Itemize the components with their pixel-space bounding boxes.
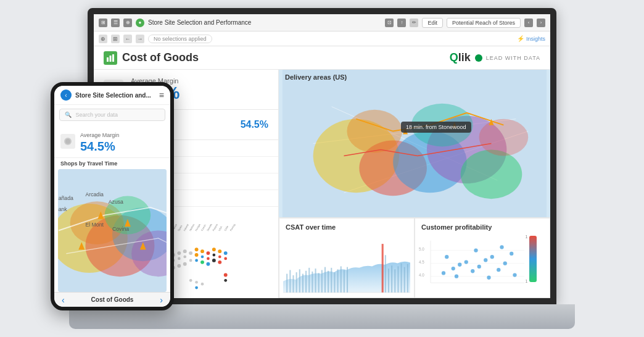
toolbar: ⊞ ☰ ⊕ ● Store Site Selection and Perform… [94,14,550,31]
svg-rect-106 [347,267,348,293]
potential-button[interactable]: Potential Reach of Stores [447,18,521,28]
svg-point-139 [487,276,490,280]
svg-rect-102 [334,272,335,293]
phone-back-button[interactable]: ‹ [60,89,72,101]
header-chart-icon [104,51,117,65]
delivery-map-title: Delivery areas (US) [285,73,347,81]
svg-point-64 [224,257,227,260]
select-icon[interactable]: ⊞ [111,35,120,43]
phone-nav-next[interactable]: › [160,295,163,305]
chart-svg [106,54,115,62]
nav-next-icon[interactable]: › [537,19,545,27]
qlik-logo: Qlik LEAD WITH DATA [450,51,540,64]
svg-rect-108 [385,255,386,293]
svg-rect-93 [305,271,307,293]
svg-rect-0 [107,57,109,62]
toolbar-icon-pencil[interactable]: ✏ [410,19,418,27]
back-icon[interactable]: ← [123,35,132,43]
edit-button[interactable]: Edit [422,18,443,28]
phone-metric-text: Average Margin 54.5% [80,128,119,154]
svg-text:Covina: Covina [112,226,129,232]
sub-toolbar: ⊕ ⊞ ← → No selections applied ⚡ Insights [94,31,550,46]
nav-prev-icon[interactable]: ‹ [524,19,533,27]
profit-svg: 5.0 4.5 4.0 [418,236,528,291]
toolbar-icon-2: ☰ [111,19,120,27]
scale-min: 1 [526,279,528,283]
svg-point-125 [452,267,455,270]
svg-point-61 [218,256,221,259]
svg-rect-95 [312,272,313,293]
phone-map-svg: La Cañada Burbank Arcadia Azusa El Mont … [58,169,167,292]
svg-point-130 [484,258,487,262]
lead-text: LEAD WITH DATA [486,55,540,61]
phone-app-title: Store Site Selection and... [75,92,155,99]
svg-point-48 [195,248,199,251]
svg-rect-110 [391,265,392,293]
svg-point-140 [500,245,503,249]
svg-point-51 [200,249,204,253]
phone-footer-title: Cost of Goods [91,296,134,303]
insights-icon: ⚡ [517,35,524,42]
app-icon: ● [136,19,144,27]
phone-header: ‹ Store Site Selection and... ≡ [54,86,170,105]
svg-point-40 [177,251,181,255]
toolbar-icon-monitor[interactable]: ⊡ [385,19,394,27]
svg-point-54 [206,251,210,255]
svg-rect-98 [321,270,323,293]
zoom-icon[interactable]: ⊕ [99,35,107,43]
svg-text:Portugal: Portugal [229,222,237,231]
svg-point-55 [207,257,210,260]
phone-search-placeholder: Search your data [76,112,118,118]
toolbar-icon-1: ⊞ [99,19,107,27]
insights-label: Insights [526,36,545,42]
svg-point-136 [445,255,448,259]
toolbar-icon-export[interactable]: ↑ [397,19,406,27]
phone-search-bar[interactable]: 🔍 Search your data [59,109,165,121]
svg-rect-87 [286,274,287,293]
svg-point-49 [195,253,199,257]
phone-search-icon: 🔍 [65,112,72,118]
phone-footer: ‹ Cost of Goods › [54,292,170,307]
phone-metric-icon [60,134,75,149]
delivery-map: Delivery areas (US) [279,70,550,218]
svg-point-134 [510,252,513,256]
svg-rect-113 [401,264,402,293]
svg-point-44 [183,256,186,259]
phone-nav-prev[interactable]: ‹ [62,295,65,305]
svg-point-63 [224,251,228,255]
svg-rect-89 [292,275,294,293]
svg-point-62 [218,260,221,264]
svg-rect-109 [388,268,389,293]
svg-point-46 [189,251,192,255]
svg-text:La Cañada: La Cañada [58,195,73,201]
svg-text:5.0: 5.0 [419,247,424,251]
svg-point-53 [200,260,204,264]
svg-point-66 [224,279,227,282]
svg-text:Chile: Chile [223,225,229,231]
svg-rect-112 [397,267,398,293]
svg-point-50 [195,259,198,262]
svg-point-58 [212,254,215,257]
qlik-circle [475,54,482,62]
color-scale: 1 1 [529,236,537,282]
svg-rect-88 [289,270,291,293]
svg-point-41 [178,257,181,260]
svg-rect-111 [394,269,395,293]
svg-point-129 [477,265,481,268]
svg-rect-107 [382,244,384,293]
svg-point-133 [503,261,507,265]
svg-text:4.5: 4.5 [419,260,424,264]
qlik-q: Q [450,51,458,64]
svg-point-60 [218,249,221,253]
svg-point-135 [513,273,516,277]
insights-button[interactable]: ⚡ Insights [517,35,545,42]
customer-profit-panel: Customer profitability 5.0 4.5 4.0 [415,218,550,298]
qlik-text: Qlik [450,51,482,64]
selection-pill: No selections applied [148,35,212,43]
laptop-frame: ⊞ ☰ ⊕ ● Store Site Selection and Perform… [69,8,575,329]
phone-menu-icon[interactable]: ≡ [159,90,164,100]
customer-profit-chart: 5.0 4.5 4.0 [415,233,550,296]
svg-rect-92 [302,274,303,293]
forward-icon[interactable]: → [136,35,144,43]
svg-point-43 [183,249,187,253]
